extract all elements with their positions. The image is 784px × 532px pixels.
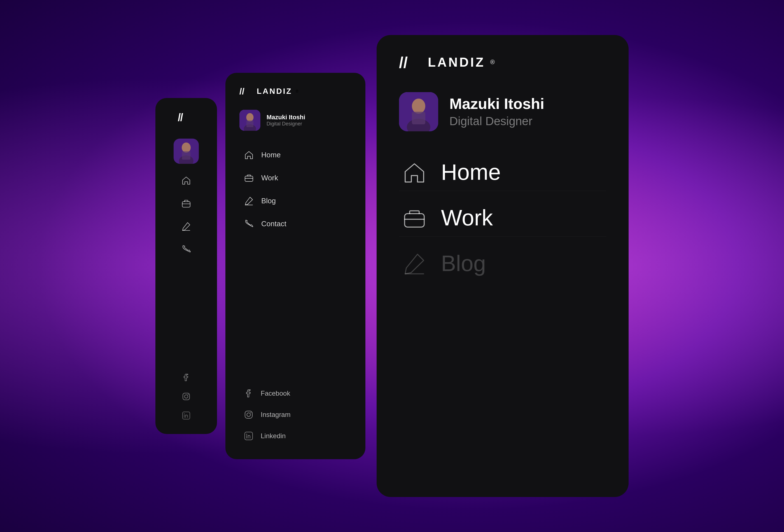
svg-point-11 (188, 394, 189, 395)
logo-narrow: // (178, 112, 195, 124)
logo-text-medium: LANDIZ (257, 87, 292, 96)
instagram-label-medium: Instagram (261, 411, 291, 419)
panel-medium: // LANDIZ ® Mazuki Itoshi Digital Design… (225, 73, 365, 459)
svg-point-10 (185, 395, 188, 398)
nav-label-contact-medium: Contact (261, 220, 286, 228)
nav-icons-narrow (181, 175, 192, 373)
svg-text://: // (240, 87, 245, 95)
home-icon-large (402, 160, 427, 185)
svg-point-28 (246, 434, 247, 435)
linkedin-medium[interactable]: Linkedin (240, 427, 352, 445)
panels-container: // (156, 35, 628, 497)
logo-reg-medium: ® (296, 89, 299, 93)
logo-text-large: LANDIZ (428, 55, 485, 70)
avatar-person-narrow (174, 139, 199, 164)
svg-rect-12 (183, 412, 190, 419)
sidebar-item-blog[interactable] (181, 221, 192, 231)
instagram-icon-narrow[interactable] (182, 392, 191, 401)
linkedin-icon-med (244, 431, 253, 441)
linkedin-icon-narrow[interactable] (182, 411, 191, 420)
nav-item-blog-large[interactable]: Blog (399, 245, 606, 282)
svg-point-31 (412, 99, 425, 114)
nav-list-medium: Home Work (240, 145, 352, 367)
panel-large: // LANDIZ ® Mazuki Itoshi Digital Design… (376, 35, 628, 497)
sidebar-item-contact[interactable] (181, 244, 192, 254)
user-role-medium: Digital Designer (267, 121, 305, 127)
user-name-medium: Mazuki Itoshi (267, 114, 305, 121)
nav-item-home-large[interactable]: Home (399, 154, 606, 191)
logo-large: // LANDIZ ® (399, 55, 606, 70)
work-icon-large (402, 205, 427, 230)
avatar-person-large (399, 92, 438, 131)
nav-label-blog-medium: Blog (261, 197, 276, 205)
svg-text://: // (178, 112, 184, 122)
logo-medium: // LANDIZ ® (240, 87, 352, 96)
svg-rect-26 (245, 432, 253, 440)
user-profile-medium: Mazuki Itoshi Digital Designer (240, 110, 352, 131)
user-role-large: Digital Designer (449, 114, 544, 128)
svg-point-17 (246, 113, 254, 121)
svg-rect-5 (182, 151, 190, 160)
sidebar-item-work[interactable] (181, 198, 192, 208)
panel-narrow: // (156, 98, 217, 434)
avatar-narrow[interactable] (174, 139, 199, 164)
facebook-icon-med (244, 389, 253, 398)
instagram-icon-med (244, 410, 253, 419)
svg-rect-9 (183, 393, 190, 400)
svg-point-3 (182, 142, 191, 152)
svg-rect-19 (246, 120, 253, 127)
svg-rect-20 (245, 176, 253, 181)
work-icon-medium (244, 173, 254, 183)
svg-point-14 (184, 414, 185, 414)
nav-label-work-medium: Work (261, 174, 278, 182)
user-name-large: Mazuki Itoshi (449, 95, 544, 112)
user-info: Mazuki Itoshi Digital Designer (267, 114, 305, 127)
nav-label-home-medium: Home (261, 151, 281, 159)
svg-rect-33 (412, 112, 425, 124)
instagram-medium[interactable]: Instagram (240, 405, 352, 424)
social-list-medium: Facebook Instagram Linkedin (240, 384, 352, 445)
blog-icon-large (402, 251, 427, 276)
svg-rect-23 (245, 411, 252, 418)
nav-label-home-large: Home (441, 159, 501, 185)
nav-item-contact-medium[interactable]: Contact (240, 214, 352, 234)
svg-point-24 (247, 413, 251, 417)
social-icons-narrow (182, 373, 191, 420)
svg-rect-6 (182, 202, 190, 207)
contact-icon-medium (244, 219, 254, 229)
nav-label-blog-large: Blog (441, 251, 486, 276)
sidebar-item-home[interactable] (181, 175, 192, 186)
linkedin-label-medium: Linkedin (261, 432, 286, 440)
logo-reg-large: ® (490, 58, 495, 66)
nav-item-home-medium[interactable]: Home (240, 145, 352, 165)
user-profile-large: Mazuki Itoshi Digital Designer (399, 92, 606, 131)
facebook-label-medium: Facebook (261, 390, 290, 397)
avatar-medium[interactable] (240, 110, 260, 131)
svg-text://: // (399, 55, 408, 69)
blog-icon-medium (244, 196, 254, 206)
logo-mark-large: // (399, 55, 423, 69)
svg-point-25 (250, 412, 251, 413)
nav-list-large: Home Work (399, 154, 606, 282)
nav-item-blog-medium[interactable]: Blog (240, 191, 352, 211)
facebook-icon-narrow[interactable] (182, 373, 191, 382)
user-info-large: Mazuki Itoshi Digital Designer (449, 95, 544, 128)
avatar-large[interactable] (399, 92, 438, 131)
nav-label-work-large: Work (441, 205, 493, 231)
facebook-medium[interactable]: Facebook (240, 384, 352, 403)
nav-item-work-large[interactable]: Work (399, 199, 606, 236)
avatar-person-medium (240, 110, 260, 131)
nav-item-work-medium[interactable]: Work (240, 168, 352, 188)
home-icon-medium (244, 150, 254, 160)
svg-rect-34 (404, 214, 424, 227)
logo-mark-medium: // (240, 87, 253, 95)
